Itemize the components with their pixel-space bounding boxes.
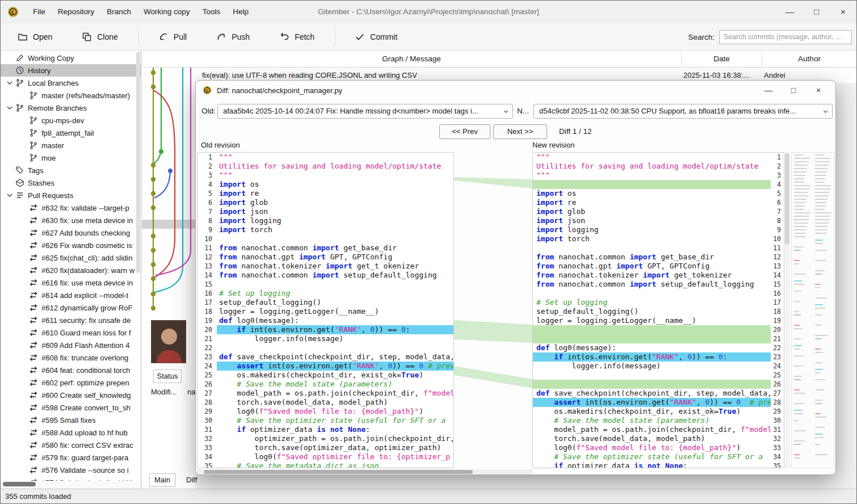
line-number: 22 [198, 343, 217, 352]
line-number: 21 [198, 334, 217, 343]
sidebar-item-fp8-attempt-fail[interactable]: fp8_attempt_fail [1, 127, 141, 139]
sidebar-item-627-add-bounds-checking[interactable]: #627 Add bounds checking [1, 226, 141, 239]
sidebar-item-label: #610 Guard mean loss for f [41, 329, 131, 337]
new-revision-value: d54c9cbf 2025-11-02 00:38:50 CPU Support… [539, 107, 796, 115]
sidebar-item-574-fix-tokenizer-avoid-bl[interactable]: #574 fix(tokenizer): Avoid bl [1, 476, 141, 481]
sidebar-item-598-create-convert-to-sh[interactable]: #598 Create convert_to_sh [1, 401, 141, 414]
old-revision-select[interactable]: afaa5b4c 2025-10-14 00:24:07 Fix: Handle… [217, 104, 513, 119]
sidebar-item-616-fix-use-meta-device-in[interactable]: #616 fix: use meta device in [1, 276, 141, 289]
edit-icon [15, 53, 24, 62]
avatar-image [152, 321, 186, 363]
sidebar-item-remote-branches[interactable]: Remote Branches [1, 102, 141, 114]
line-number: 20 [198, 325, 217, 334]
diff-line-old-35: 35 # Save the metadata dict as json [198, 461, 453, 468]
fetch-button[interactable]: Fetch [279, 32, 314, 42]
pull-request-icon [29, 303, 38, 312]
column-header-author[interactable]: Author [762, 51, 856, 68]
line-number: 19 [198, 316, 217, 325]
open-button[interactable]: Open [18, 32, 52, 42]
menu-working-copy[interactable]: Working copy [137, 1, 196, 23]
menu-file[interactable]: File [27, 1, 52, 23]
sidebar-item-600-create-self-knowledg[interactable]: #600 Create self_knowledg [1, 389, 141, 401]
sidebar-item-stashes[interactable]: Stashes [1, 177, 141, 189]
sidebar-item-602-perf-optimize-prepen[interactable]: #602 perf: optimize prepen [1, 376, 141, 389]
old-revision-pane[interactable]: 1"""2Utilities for saving and loading mo… [197, 152, 454, 468]
sidebar-item-608-fix-truncate-overlong[interactable]: #608 fix: truncate overlong [1, 351, 141, 364]
diff-line-new-29: os.makedirs(checkpoint_dir, exist_ok=Tru… [533, 407, 784, 416]
dialog-controls: — □ × [756, 81, 831, 100]
clone-button[interactable]: Clone [82, 32, 118, 42]
sidebar-item-working-copy[interactable]: Working Copy [1, 52, 141, 64]
line-number: 30 [771, 416, 784, 425]
line-number: 13 [198, 262, 217, 271]
chevron-down-icon [822, 108, 829, 115]
tab-main[interactable]: Main [149, 473, 175, 487]
new-revision-pane[interactable]: """1Utilities for saving and loading mod… [532, 152, 784, 468]
diff-line-old-3: 3""" [198, 171, 453, 180]
diff-line-old-11: 11from nanochat.common import get_base_d… [198, 243, 453, 253]
tab-diff[interactable]: Diff [186, 473, 197, 487]
sidebar-item-local-branches[interactable]: Local Branches [1, 77, 141, 89]
sidebar-horizontal-scrollbar[interactable] [1, 481, 141, 488]
branch-icon [29, 128, 38, 137]
sidebar-item-history[interactable]: History [1, 64, 141, 77]
dialog-maximize-button[interactable]: □ [781, 81, 806, 100]
sidebar-item-612-dynamically-grow-rof[interactable]: #612 dynamically grow RoF [1, 301, 141, 314]
sidebar-item-cpu-mps-dev[interactable]: cpu-mps-dev [1, 114, 141, 127]
new-revision-select[interactable]: d54c9cbf 2025-11-02 00:38:50 CPU Support… [533, 104, 833, 119]
diff-minimap[interactable] [791, 152, 834, 468]
diff-vertical-scrollbar[interactable] [785, 152, 789, 468]
dialog-titlebar: Diff: nanochat/checkpoint_manager.py — □… [196, 81, 835, 100]
dialog-close-button[interactable]: × [806, 81, 831, 100]
menu-help[interactable]: Help [226, 1, 255, 23]
menu-repository[interactable]: Repository [52, 1, 101, 23]
dialog-title: Diff: nanochat/checkpoint_manager.py [217, 86, 342, 95]
sidebar-item-580-fix-correct-csv-extrac[interactable]: #580 fix: correct CSV extrac [1, 439, 141, 451]
close-button[interactable]: × [830, 1, 856, 23]
commit-button[interactable]: Commit [355, 32, 397, 42]
sidebar-item-632-fix-validate-target-p[interactable]: #632 fix: validate --target-p [1, 201, 141, 214]
dialog-minimize-button[interactable]: — [756, 81, 781, 100]
sidebar-item-master-refs-heads-master[interactable]: master (refs/heads/master) [1, 89, 141, 102]
sidebar-item-611-security-fix-unsafe-de[interactable]: #611 security: fix unsafe de [1, 314, 141, 326]
column-header-date[interactable]: Date [681, 51, 762, 68]
menu-tools[interactable]: Tools [196, 1, 227, 23]
sidebar-item-moe[interactable]: moe [1, 152, 141, 164]
next-diff-button[interactable]: Next >> [493, 124, 547, 139]
sidebar-item-630-fix-use-meta-device-in[interactable]: #630 fix: use meta device in [1, 214, 141, 226]
line-number: 19 [771, 316, 784, 325]
line-number: 17 [771, 298, 784, 307]
column-header-graph-message[interactable]: Graph / Message [142, 51, 681, 68]
menu-branch[interactable]: Branch [100, 1, 137, 23]
prev-diff-button[interactable]: << Prev [439, 124, 490, 139]
pull-button[interactable]: Pull [158, 32, 187, 42]
diff-line-old-27: 27 model_path = os.path.join(checkpoint_… [198, 389, 453, 398]
sidebar-item-609-add-flash-attention-4[interactable]: #609 Add Flash Attention 4 [1, 339, 141, 351]
sidebar-item-626-fix-wandb-cosmetic-is[interactable]: #626 Fix wandb cosmetic is [1, 239, 141, 251]
sidebar-vertical-scrollbar[interactable] [136, 52, 140, 478]
minimize-button[interactable]: — [776, 1, 803, 23]
line-number: 10 [771, 234, 784, 243]
line-number: 31 [771, 425, 784, 434]
sidebar-item-label: #608 fix: truncate overlong [41, 354, 128, 362]
diff-line-new-9: import logging9 [533, 225, 784, 234]
push-button[interactable]: Push [216, 32, 250, 42]
search-input[interactable] [719, 30, 852, 44]
sidebar-item-579-fix-guard-target-para[interactable]: #579 fix: guard target-para [1, 451, 141, 464]
tab-status[interactable]: Status [153, 369, 182, 383]
sidebar-item-pull-requests[interactable]: Pull Requests [1, 189, 141, 201]
diff-horizontal-scrollbar[interactable] [197, 469, 532, 474]
sidebar-item-tags[interactable]: Tags [1, 164, 141, 177]
sidebar-item-620-fix-dataloader-warn-w[interactable]: #620 fix(dataloader): warn w [1, 264, 141, 276]
sidebar-item-576-validate-source-so-i[interactable]: #576 Validate --source so i [1, 464, 141, 476]
sidebar-item-588-add-upload-to-hf-hub[interactable]: #588 Add upload to hf hub [1, 426, 141, 439]
line-number: 24 [198, 362, 217, 371]
sidebar-item-610-guard-mean-loss-for-f[interactable]: #610 Guard mean loss for f [1, 326, 141, 339]
maximize-button[interactable]: □ [803, 1, 830, 23]
sidebar-item-master[interactable]: master [1, 139, 141, 152]
sidebar-item-595-small-fixes[interactable]: #595 Small fixes [1, 414, 141, 426]
sidebar-item-614-add-explicit-model-t[interactable]: #614 add explicit --model-t [1, 289, 141, 301]
sidebar-item-625-fix-chat-cli-add-slidin[interactable]: #625 fix(chat_cli): add slidin [1, 251, 141, 264]
commit-graph[interactable] [142, 68, 195, 483]
sidebar-item-604-feat-conditional-torch[interactable]: #604 feat: conditional torch [1, 364, 141, 376]
